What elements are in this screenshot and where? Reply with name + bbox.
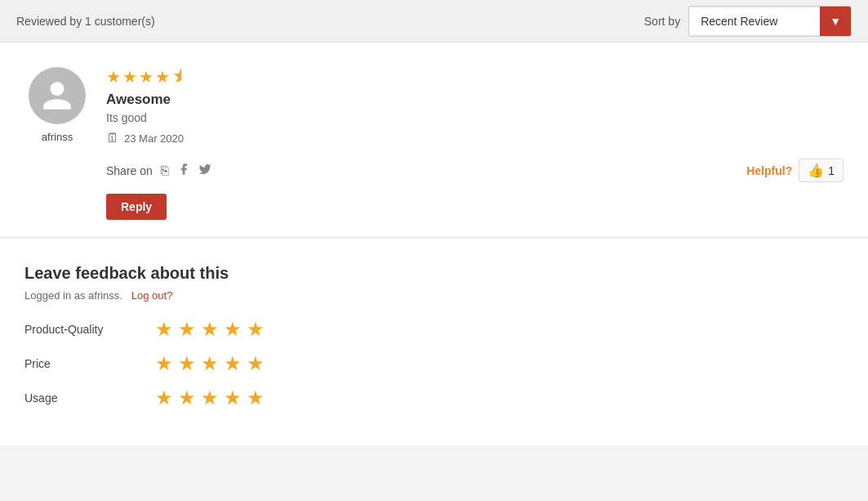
rating-row-price: Price ★ ★ ★ ★ ★ bbox=[24, 352, 844, 375]
sort-section: Sort by Recent Review ▼ bbox=[644, 6, 852, 37]
us-star-4[interactable]: ★ bbox=[224, 387, 242, 409]
sort-dropdown-text: Recent Review bbox=[689, 8, 820, 34]
review-header: afrinss ★ ★ ★ ★ ⯨ Awesome Its good 🗓 23 … bbox=[24, 67, 844, 220]
pr-star-4[interactable]: ★ bbox=[224, 352, 242, 375]
logout-link[interactable]: Log out? bbox=[131, 289, 173, 302]
us-star-5[interactable]: ★ bbox=[247, 387, 265, 409]
feedback-title: Leave feedback about this bbox=[24, 264, 844, 283]
star-2: ★ bbox=[122, 67, 137, 87]
section-divider bbox=[0, 237, 868, 238]
pq-star-3[interactable]: ★ bbox=[201, 318, 219, 341]
sort-dropdown-button[interactable]: ▼ bbox=[820, 7, 851, 36]
calendar-icon: 🗓 bbox=[106, 131, 119, 145]
user-icon bbox=[40, 78, 74, 113]
usage-stars[interactable]: ★ ★ ★ ★ ★ bbox=[155, 387, 265, 409]
rating-label-usage: Usage bbox=[24, 391, 139, 405]
helpful-section: Helpful? 👍 1 bbox=[746, 159, 844, 182]
review-date-value: 23 Mar 2020 bbox=[124, 132, 184, 145]
rating-label-product-quality: Product-Quality bbox=[24, 323, 139, 336]
helpful-count-badge: 👍 1 bbox=[799, 159, 844, 182]
pq-star-1[interactable]: ★ bbox=[155, 318, 173, 341]
avatar-wrapper: afrinss bbox=[24, 67, 90, 143]
review-actions: Share on ⎘ Helpful? bbox=[106, 159, 844, 182]
share-label: Share on bbox=[106, 164, 153, 177]
thumbsup-icon: 👍 bbox=[808, 163, 824, 178]
chevron-down-icon: ▼ bbox=[830, 15, 841, 28]
review-body: ★ ★ ★ ★ ⯨ Awesome Its good 🗓 23 Mar 2020… bbox=[106, 67, 844, 220]
pr-star-1[interactable]: ★ bbox=[155, 352, 173, 375]
reviewed-count: Reviewed by 1 customer(s) bbox=[16, 15, 155, 28]
pq-star-2[interactable]: ★ bbox=[178, 318, 196, 341]
star-1: ★ bbox=[106, 67, 121, 87]
rating-row-usage: Usage ★ ★ ★ ★ ★ bbox=[24, 387, 844, 409]
helpful-label: Helpful? bbox=[746, 164, 792, 177]
reply-button[interactable]: Reply bbox=[106, 194, 167, 220]
star-rating: ★ ★ ★ ★ ⯨ bbox=[106, 67, 844, 87]
pq-star-4[interactable]: ★ bbox=[224, 318, 242, 341]
rating-label-price: Price bbox=[24, 357, 139, 370]
review-section: afrinss ★ ★ ★ ★ ⯨ Awesome Its good 🗓 23 … bbox=[0, 42, 868, 237]
star-5: ⯨ bbox=[171, 67, 188, 87]
us-star-2[interactable]: ★ bbox=[178, 387, 196, 409]
logged-in-label: Logged in as afrinss. bbox=[24, 289, 122, 302]
review-text: Its good bbox=[106, 111, 844, 124]
pr-star-3[interactable]: ★ bbox=[201, 352, 219, 375]
pr-star-5[interactable]: ★ bbox=[247, 352, 265, 375]
helpful-count-value: 1 bbox=[828, 164, 835, 177]
avatar bbox=[29, 67, 86, 124]
star-3: ★ bbox=[139, 67, 154, 87]
share-section: Share on ⎘ bbox=[106, 163, 211, 179]
pq-star-5[interactable]: ★ bbox=[247, 318, 265, 341]
us-star-3[interactable]: ★ bbox=[201, 387, 219, 409]
price-stars[interactable]: ★ ★ ★ ★ ★ bbox=[155, 352, 265, 375]
twitter-icon[interactable] bbox=[198, 163, 211, 179]
review-title: Awesome bbox=[106, 92, 844, 108]
share-icon[interactable]: ⎘ bbox=[161, 163, 169, 178]
top-bar: Reviewed by 1 customer(s) Sort by Recent… bbox=[0, 0, 868, 42]
pr-star-2[interactable]: ★ bbox=[178, 352, 196, 375]
logged-in-text: Logged in as afrinss. Log out? bbox=[24, 289, 844, 302]
sort-dropdown-wrapper: Recent Review ▼ bbox=[688, 6, 852, 37]
product-quality-stars[interactable]: ★ ★ ★ ★ ★ bbox=[155, 318, 265, 341]
us-star-1[interactable]: ★ bbox=[155, 387, 173, 409]
feedback-section: Leave feedback about this Logged in as a… bbox=[0, 239, 868, 445]
reviewer-username: afrinss bbox=[42, 131, 73, 143]
facebook-icon[interactable] bbox=[177, 163, 190, 179]
review-date: 🗓 23 Mar 2020 bbox=[106, 131, 844, 145]
sort-label: Sort by bbox=[644, 15, 680, 28]
rating-row-product-quality: Product-Quality ★ ★ ★ ★ ★ bbox=[24, 318, 844, 341]
star-4: ★ bbox=[155, 67, 170, 87]
